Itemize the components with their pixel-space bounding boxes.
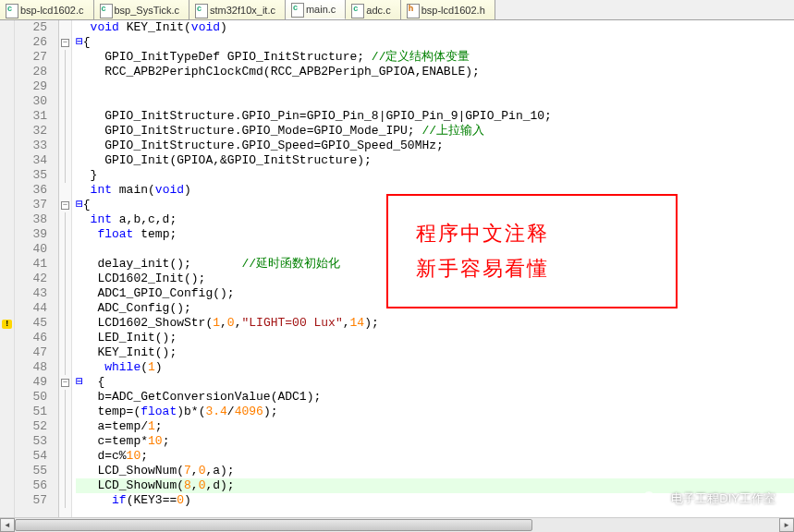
line-number: 33 [15, 139, 47, 153]
code-line[interactable] [76, 79, 794, 94]
fold-toggle[interactable]: − [61, 201, 69, 210]
scroll-left-button[interactable]: ◄ [0, 518, 15, 532]
line-number: 53 [15, 434, 47, 449]
code-line[interactable]: c=temp*10; [76, 434, 794, 449]
line-number: 35 [15, 168, 47, 183]
line-number: 50 [15, 390, 47, 405]
line-number: 46 [15, 331, 47, 345]
annotation-line-2: 新手容易看懂 [416, 255, 648, 283]
tab-main-c[interactable]: main.c [286, 0, 346, 19]
tab-bsp_SysTick-c[interactable]: bsp_SysTick.c [94, 0, 190, 19]
line-number: 52 [15, 419, 47, 434]
line-number: 47 [15, 345, 47, 360]
line-number: 42 [15, 272, 47, 286]
line-number: 25 [15, 20, 47, 35]
code-line[interactable]: d=c%10; [76, 449, 794, 464]
code-line[interactable]: GPIO_InitTypeDef GPIO_InitStructure; //定… [76, 50, 794, 65]
tab-label: main.c [306, 4, 336, 15]
code-line[interactable]: ⊟{ [76, 35, 794, 50]
line-number: 45 [15, 316, 47, 331]
annotation-line-1: 程序中文注释 [416, 220, 648, 248]
annotation-overlay: 程序中文注释 新手容易看懂 [386, 194, 678, 308]
line-number: 43 [15, 286, 47, 301]
file-tabs: bsp-lcd1602.cbsp_SysTick.cstm32f10x_it.c… [0, 0, 794, 20]
code-line[interactable]: GPIO_InitStructure.GPIO_Mode=GPIO_Mode_I… [76, 124, 794, 139]
line-number: 49 [15, 375, 47, 390]
h-file-icon [407, 4, 418, 17]
line-number: 30 [15, 94, 47, 109]
tab-bsp-lcd1602-h[interactable]: bsp-lcd1602.h [401, 0, 495, 19]
horizontal-scrollbar[interactable]: ◄ ► [0, 517, 794, 532]
line-number: 37 [15, 198, 47, 212]
code-line[interactable]: RCC_APB2PeriphClockCmd(RCC_APB2Periph_GP… [76, 65, 794, 79]
watermark-text: 电子工程DIY工作室 [671, 490, 776, 507]
tab-label: bsp-lcd1602.h [421, 5, 485, 16]
tab-label: bsp-lcd1602.c [20, 5, 84, 16]
code-line[interactable]: GPIO_InitStructure.GPIO_Speed=GPIO_Speed… [76, 139, 794, 153]
line-number: 40 [15, 242, 47, 257]
watermark: 电子工程DIY工作室 [640, 488, 776, 510]
code-line[interactable]: LED_Init(); [76, 331, 794, 345]
c-file-icon [351, 4, 362, 17]
fold-column: −−− [59, 20, 72, 517]
code-line[interactable] [76, 94, 794, 109]
tab-bsp-lcd1602-c[interactable]: bsp-lcd1602.c [0, 0, 94, 19]
c-file-icon [100, 4, 111, 17]
line-number: 28 [15, 65, 47, 79]
line-number: 51 [15, 405, 47, 419]
code-line[interactable]: ⊟ { [76, 375, 794, 390]
svg-point-1 [652, 496, 661, 505]
line-number: 48 [15, 360, 47, 375]
tab-label: adc.c [366, 5, 390, 16]
code-line[interactable]: GPIO_Init(GPIOA,&GPIO_InitStructure); [76, 153, 794, 168]
scroll-right-button[interactable]: ► [779, 518, 794, 532]
tab-adc-c[interactable]: adc.c [346, 0, 400, 19]
code-line[interactable]: LCD1602_ShowStr(1,0,"LIGHT=00 Lux",14); [76, 316, 794, 331]
line-number: 31 [15, 109, 47, 124]
bookmark-margin [0, 20, 15, 517]
fold-toggle[interactable]: − [61, 379, 69, 387]
c-file-icon [6, 4, 17, 17]
c-file-icon [195, 4, 206, 17]
line-number: 54 [15, 449, 47, 464]
code-line[interactable]: } [76, 168, 794, 183]
line-number: 36 [15, 183, 47, 198]
tab-stm32f10x_it-c[interactable]: stm32f10x_it.c [189, 0, 286, 19]
line-number: 38 [15, 212, 47, 227]
code-line[interactable]: LCD_ShowNum(7,0,a); [76, 464, 794, 478]
line-number-gutter: 2526272829303132333435363738394041424344… [15, 20, 59, 517]
line-number: 44 [15, 301, 47, 316]
code-line[interactable]: b=ADC_GetConversionValue(ADC1); [76, 390, 794, 405]
c-file-icon [291, 3, 302, 16]
code-line[interactable]: a=temp/1; [76, 419, 794, 434]
line-number: 32 [15, 124, 47, 139]
scroll-thumb[interactable] [15, 519, 532, 531]
wechat-icon [640, 488, 666, 510]
code-line[interactable]: temp=(float)b*(3.4/4096); [76, 405, 794, 419]
line-number: 57 [15, 493, 47, 508]
line-number: 29 [15, 79, 47, 94]
code-line[interactable]: KEY_Init(); [76, 345, 794, 360]
line-number: 41 [15, 257, 47, 272]
line-number: 55 [15, 464, 47, 478]
fold-toggle[interactable]: − [61, 39, 69, 47]
tab-label: stm32f10x_it.c [210, 5, 275, 16]
tab-label: bsp_SysTick.c [115, 5, 180, 16]
scroll-track[interactable] [15, 518, 779, 532]
code-line[interactable]: void KEY_Init(void) [76, 20, 794, 35]
line-number: 34 [15, 153, 47, 168]
line-number: 39 [15, 227, 47, 242]
code-line[interactable]: GPIO_InitStructure.GPIO_Pin=GPIO_Pin_8|G… [76, 109, 794, 124]
code-line[interactable]: while(1) [76, 360, 794, 375]
line-number: 26 [15, 35, 47, 50]
warning-icon [2, 316, 13, 327]
line-number: 27 [15, 50, 47, 65]
line-number: 56 [15, 478, 47, 493]
